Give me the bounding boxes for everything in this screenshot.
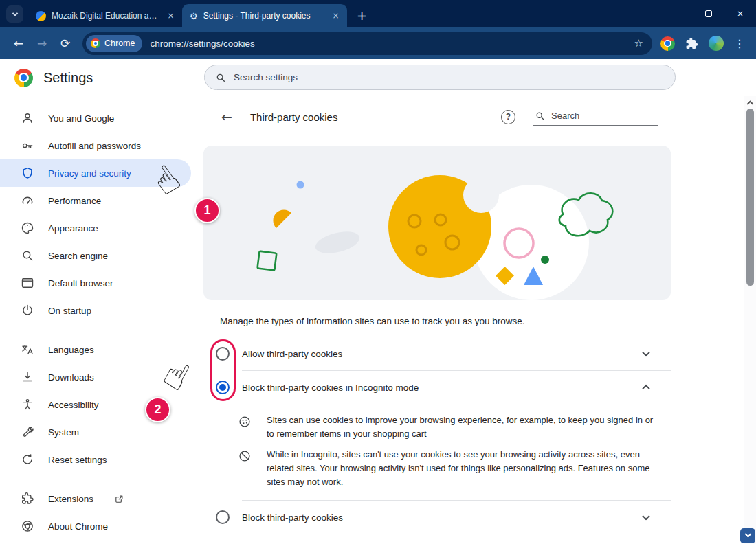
- person-icon: [21, 111, 34, 125]
- chrome-colors-icon[interactable]: [660, 36, 675, 51]
- settings-search-input[interactable]: Search settings: [204, 65, 676, 90]
- scroll-up-button[interactable]: [744, 96, 756, 107]
- search-icon: [535, 111, 545, 121]
- browser-window: Mozaik Digital Education and L × ⚙ Setti…: [0, 0, 756, 544]
- gear-favicon-icon: ⚙: [190, 12, 198, 21]
- sidebar-item-label: Accessibility: [48, 400, 99, 410]
- chevron-down-icon: [12, 10, 17, 16]
- radio-unchecked[interactable]: [216, 510, 230, 524]
- scrollbar[interactable]: [744, 96, 756, 544]
- sidebar-item-label: Reset settings: [48, 455, 107, 465]
- tab-title: Mozaik Digital Education and L: [52, 11, 159, 21]
- title-bar: Mozaik Digital Education and L × ⚙ Setti…: [0, 0, 756, 27]
- external-link-icon: [114, 494, 124, 504]
- option-block-third-party[interactable]: Block third-party cookies: [203, 501, 671, 534]
- annotation-step-1: 1: [194, 198, 220, 223]
- power-icon: [21, 304, 34, 317]
- settings-header: Settings Search settings: [0, 59, 756, 96]
- chrome-outline-icon: [21, 519, 34, 533]
- annotation-step-2: 2: [145, 397, 170, 422]
- browser-window-icon: [21, 276, 34, 290]
- palette-icon: [21, 221, 34, 235]
- search-icon: [21, 249, 34, 262]
- page-title: Third-party cookies: [250, 111, 501, 123]
- sidebar-item-languages[interactable]: Languages: [0, 336, 191, 363]
- sidebar-item-label: Performance: [48, 196, 101, 206]
- tab-mozaik[interactable]: Mozaik Digital Education and L ×: [28, 4, 182, 27]
- sidebar-item-reset-settings[interactable]: Reset settings: [0, 446, 191, 473]
- sidebar-item-appearance[interactable]: Appearance: [0, 214, 191, 242]
- menu-kebab-icon[interactable]: ⋮: [734, 37, 745, 50]
- sidebar-item-label: About Chrome: [48, 521, 108, 532]
- shield-icon: [21, 166, 34, 180]
- search-icon: [215, 72, 226, 83]
- sidebar-item-system[interactable]: System: [0, 418, 191, 446]
- option-details: Sites can use cookies to improve your br…: [203, 404, 671, 500]
- sidebar-item-label: Appearance: [48, 223, 98, 234]
- profile-avatar[interactable]: [709, 36, 724, 51]
- sidebar-item-on-startup[interactable]: On startup: [0, 297, 191, 324]
- url-text: chrome://settings/cookies: [150, 38, 254, 49]
- sidebar-item-about-chrome[interactable]: About Chrome: [0, 512, 191, 540]
- sidebar-item-label: Default browser: [48, 278, 113, 288]
- bookmark-star-icon[interactable]: ☆: [634, 37, 643, 49]
- detail-text: Sites can use cookies to improve your br…: [267, 413, 656, 441]
- search-placeholder: Search: [551, 111, 579, 121]
- tab-settings[interactable]: ⚙ Settings - Third-party cookies ×: [182, 4, 347, 27]
- sidebar-item-search-engine[interactable]: Search engine: [0, 242, 191, 269]
- detail-row: Sites can use cookies to improve your br…: [238, 413, 656, 441]
- chevron-down-icon[interactable]: [642, 512, 649, 520]
- help-icon[interactable]: ?: [501, 110, 515, 124]
- sidebar-item-label: System: [48, 427, 79, 438]
- option-label: Allow third-party cookies: [242, 349, 631, 359]
- tab-close-icon[interactable]: ×: [330, 10, 342, 22]
- minimize-button[interactable]: [661, 0, 693, 27]
- sidebar-item-extensions[interactable]: Extensions: [0, 485, 191, 512]
- new-tab-button[interactable]: +: [353, 6, 371, 25]
- sidebar-item-autofill[interactable]: Autofill and passwords: [0, 132, 191, 159]
- tab-search-button[interactable]: [6, 5, 23, 23]
- reload-button[interactable]: ⟳: [54, 32, 77, 55]
- extensions-puzzle-icon[interactable]: [685, 37, 698, 50]
- wrench-icon: [21, 425, 34, 439]
- back-button[interactable]: ←: [7, 32, 30, 55]
- sidebar-item-you-and-google[interactable]: You and Google: [0, 104, 191, 132]
- sidebar-item-label: On startup: [48, 306, 91, 316]
- forward-button[interactable]: →: [30, 32, 54, 55]
- chevron-down-icon[interactable]: [642, 349, 649, 356]
- chevron-up-icon[interactable]: [642, 385, 649, 392]
- toolbar-right-icons: ⋮: [660, 36, 745, 51]
- minimize-icon: [674, 14, 681, 14]
- address-bar[interactable]: Chrome chrome://settings/cookies ☆: [82, 32, 652, 55]
- scrollbar-thumb[interactable]: [746, 109, 754, 286]
- maximize-button[interactable]: [693, 0, 724, 27]
- option-label: Block third-party cookies in Incognito m…: [242, 383, 631, 393]
- sidebar-item-label: Extensions: [48, 494, 93, 504]
- close-button[interactable]: ×: [724, 0, 756, 27]
- chevron-up-icon: [747, 100, 754, 107]
- chevron-down-icon: [744, 530, 751, 537]
- option-block-incognito[interactable]: Block third-party cookies in Incognito m…: [203, 371, 671, 404]
- settings-title: Settings: [43, 70, 93, 86]
- tab-title: Settings - Third-party cookies: [203, 11, 324, 21]
- scroll-down-button[interactable]: [740, 528, 755, 543]
- cookie-options-list: Allow third-party cookies Block third-pa…: [203, 337, 671, 534]
- sidebar-divider: [0, 330, 203, 330]
- page-search-input[interactable]: Search: [533, 109, 658, 126]
- tab-close-icon[interactable]: ×: [165, 10, 177, 22]
- maximize-icon: [705, 10, 712, 17]
- sidebar-item-label: Downloads: [48, 372, 94, 383]
- download-icon: [21, 370, 34, 384]
- option-allow-third-party[interactable]: Allow third-party cookies: [203, 337, 671, 370]
- sidebar-item-default-browser[interactable]: Default browser: [0, 269, 191, 297]
- cookie-icon: [238, 415, 252, 429]
- sidebar-item-label: Languages: [48, 345, 94, 355]
- accessibility-icon: [21, 398, 34, 411]
- key-icon: [21, 139, 34, 152]
- sidebar-item-label: Autofill and passwords: [48, 141, 141, 151]
- sidebar-item-label: You and Google: [48, 113, 114, 124]
- page-description: Manage the types of information sites ca…: [220, 316, 664, 326]
- speedometer-icon: [21, 194, 34, 207]
- back-arrow-button[interactable]: ←: [221, 109, 232, 124]
- option-label: Block third-party cookies: [242, 512, 631, 523]
